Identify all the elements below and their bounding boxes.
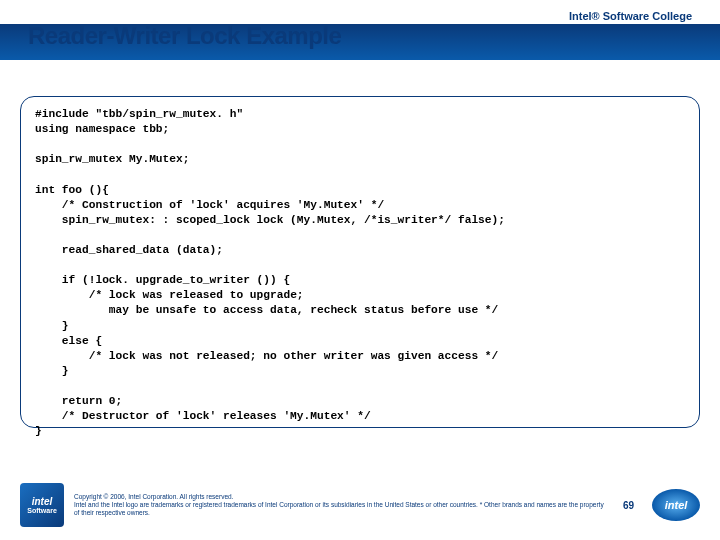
footer: intel Software Copyright © 2006, Intel C…: [20, 480, 700, 530]
header-brand: Intel® Software College: [569, 10, 692, 22]
copyright-line2: Intel and the Intel logo are trademarks …: [74, 501, 605, 517]
code-content: #include "tbb/spin_rw_mutex. h" using na…: [35, 107, 685, 439]
slide-title: Reader-Writer Lock Example: [28, 22, 341, 50]
copyright-text: Copyright © 2006, Intel Corporation. All…: [74, 493, 605, 516]
copyright-line1: Copyright © 2006, Intel Corporation. All…: [74, 493, 605, 501]
logo-left-line2: Software: [27, 507, 57, 514]
intel-software-logo: intel Software: [20, 483, 64, 527]
intel-logo: intel: [652, 489, 700, 521]
logo-left-line1: intel: [32, 496, 53, 507]
code-example-box: #include "tbb/spin_rw_mutex. h" using na…: [20, 96, 700, 428]
page-number: 69: [623, 500, 634, 511]
